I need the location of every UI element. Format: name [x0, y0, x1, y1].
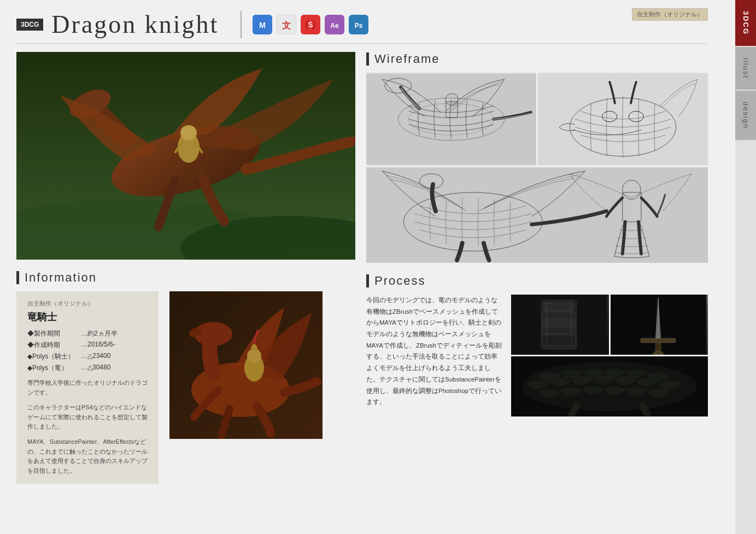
svg-rect-44 — [544, 303, 574, 311]
wireframe-top-row — [366, 73, 708, 166]
info-desc-1: 専門学校入学後に作ったオリジナルのドラゴンです。 — [27, 378, 148, 397]
process-img-armor — [511, 295, 609, 355]
tab-design[interactable]: design — [735, 91, 756, 140]
svg-rect-46 — [542, 320, 576, 326]
svg-rect-47 — [543, 327, 575, 334]
info-title-text: Information — [25, 271, 97, 285]
info-desc-2: このキャラクターはPS4などのハイエンドなゲームにて実際に使われることを想定して… — [27, 403, 148, 432]
header-divider — [241, 11, 242, 38]
hero-image — [16, 52, 355, 260]
process-section: Process 今回のモデリングでは、竜のモデルのような有機物はZBrushでベ… — [366, 274, 708, 416]
substance-icon: S — [301, 15, 320, 34]
header-badge: 3DCG — [16, 19, 43, 31]
svg-rect-45 — [543, 312, 575, 319]
info-card: 自主制作（オリジナル） 竜騎士 ◆製作期間 …約2ヵ月半 ◆作成時期 …2016… — [16, 291, 159, 484]
process-img-sword — [611, 295, 708, 355]
process-title-text: Process — [374, 274, 425, 288]
svg-rect-48 — [542, 335, 576, 346]
svg-text:文: 文 — [282, 20, 291, 30]
process-title-bar — [366, 274, 369, 287]
process-img-dragon-lower — [511, 356, 708, 416]
main-content: 3DCG Dragon knight M 文 — [0, 0, 735, 534]
svg-text:Ps: Ps — [355, 22, 363, 30]
zbrush-icon: 文 — [277, 15, 296, 34]
info-section-title: Information — [16, 271, 355, 285]
left-col: Information 自主制作（オリジナル） 竜騎士 ◆製作期間 …約2ヵ月半… — [16, 52, 355, 484]
info-section: Information 自主制作（オリジナル） 竜騎士 ◆製作期間 …約2ヵ月半… — [16, 271, 355, 484]
info-item-3: ◆Polys（騎士） …△23400 — [27, 352, 148, 361]
wireframe-dragon-flying — [366, 73, 536, 166]
info-item-4: ◆Polys（竜） …△30480 — [27, 363, 148, 373]
info-title-bar — [16, 271, 19, 284]
tab-illust[interactable]: illust — [735, 47, 756, 90]
page-title: Dragon knight — [51, 10, 219, 39]
right-col: Wireframe — [366, 52, 708, 484]
wireframe-section-title: Wireframe — [366, 52, 708, 66]
after-effects-icon: Ae — [325, 15, 344, 34]
svg-rect-19 — [16, 52, 355, 260]
info-desc-3: MAYA、SubstancePainter、AfterEffectsなどの、これ… — [27, 437, 148, 476]
header-tools: M 文 S — [253, 15, 368, 34]
svg-text:M: M — [260, 21, 266, 30]
header: 3DCG Dragon knight M 文 — [16, 5, 708, 44]
svg-rect-25 — [169, 291, 323, 439]
wireframe-dragon-head — [538, 73, 708, 166]
info-card-title: 竜騎士 — [27, 310, 148, 324]
original-badge: 自主制作（オリジナル） — [632, 8, 708, 21]
svg-rect-60 — [511, 356, 708, 416]
wireframe-section: Wireframe — [366, 52, 708, 263]
svg-text:Ae: Ae — [331, 22, 339, 30]
wireframe-title-bar — [366, 52, 369, 66]
info-item-1: ◆製作期間 …約2ヵ月半 — [27, 329, 148, 338]
photoshop-icon: Ps — [349, 15, 368, 34]
dragon-riding-image — [169, 291, 323, 439]
process-section-title: Process — [366, 274, 708, 288]
info-bottom-row: 自主制作（オリジナル） 竜騎士 ◆製作期間 …約2ヵ月半 ◆作成時期 …2016… — [16, 291, 355, 484]
right-tabs: 3DCG illust design — [735, 0, 756, 534]
maya-icon: M — [253, 15, 272, 34]
process-images — [511, 295, 708, 416]
process-text: 今回のモデリングでは、竜のモデルのような有機物はZBrushでベースメッシュを作… — [366, 295, 503, 416]
process-content: 今回のモデリングでは、竜のモデルのような有機物はZBrushでベースメッシュを作… — [366, 295, 708, 416]
two-col: Information 自主制作（オリジナル） 竜騎士 ◆製作期間 …約2ヵ月半… — [16, 52, 708, 484]
wireframe-full — [366, 167, 708, 263]
svg-rect-27 — [366, 74, 536, 164]
info-item-2: ◆作成時期 …2016/5/6- — [27, 341, 148, 350]
info-card-original: 自主制作（オリジナル） — [27, 300, 148, 308]
tab-3dcg[interactable]: 3DCG — [735, 0, 756, 46]
page-wrapper: 3DCG Dragon knight M 文 — [0, 0, 756, 534]
wireframe-title-text: Wireframe — [374, 52, 439, 66]
